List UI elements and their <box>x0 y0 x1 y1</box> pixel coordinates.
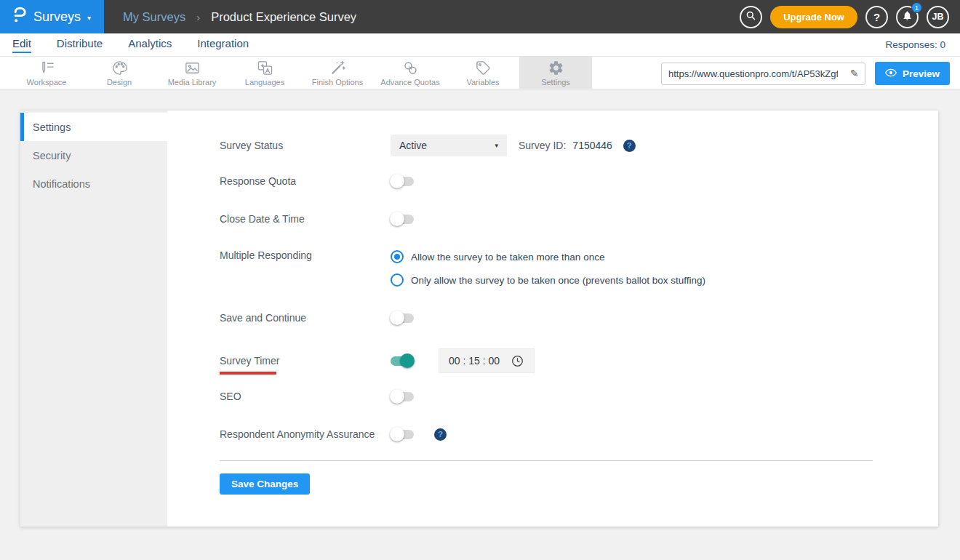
toolbar-right: ✎ Preview <box>661 62 950 85</box>
breadcrumb: My Surveys › Product Experience Survey <box>123 10 356 24</box>
toolbar-media-library[interactable]: Media Library <box>156 57 228 89</box>
toolbar-variables[interactable]: Variables <box>447 57 519 89</box>
save-continue-row: Save and Continue <box>220 311 938 325</box>
chevron-down-icon: ▾ <box>495 142 498 149</box>
red-annotation-underline <box>220 372 276 375</box>
settings-card: Settings Security Notifications Survey S… <box>20 111 938 527</box>
anonymity-row: Respondent Anonymity Assurance ? <box>220 427 938 441</box>
question-mark-icon: ? <box>873 11 880 23</box>
save-continue-toggle[interactable] <box>391 313 414 323</box>
radio-allow-multiple[interactable]: Allow the survey to be taken more than o… <box>391 249 705 264</box>
sidebar-item-notifications[interactable]: Notifications <box>20 169 167 198</box>
notification-badge: 1 <box>911 2 922 13</box>
upgrade-now-button[interactable]: Upgrade Now <box>770 6 857 28</box>
survey-timer-label: Survey Timer <box>220 355 391 367</box>
survey-url-input[interactable] <box>662 68 844 79</box>
brand-menu[interactable]: Surveys ▾ <box>0 0 104 33</box>
response-quota-label: Response Quota <box>220 175 391 187</box>
languages-icon <box>257 59 273 76</box>
tab-distribute[interactable]: Distribute <box>57 37 103 53</box>
edit-url-pencil-icon[interactable]: ✎ <box>844 68 865 79</box>
survey-timer-row: Survey Timer 00 : 15 : 00 <box>220 348 938 373</box>
design-icon <box>111 59 128 76</box>
brand-label: Surveys <box>33 9 81 25</box>
toolbar-advance-quotas[interactable]: Advance Quotas <box>374 57 447 89</box>
radio-unselected-icon <box>391 273 404 287</box>
save-changes-button[interactable]: Save Changes <box>220 473 310 495</box>
notifications-button[interactable]: 1 <box>896 6 919 28</box>
tab-integration[interactable]: Integration <box>197 37 249 53</box>
media-library-icon <box>184 59 201 76</box>
variables-icon <box>475 59 492 76</box>
top-header: Surveys ▾ My Surveys › Product Experienc… <box>0 0 960 33</box>
edit-toolbar: Workspace Design Media Library <box>0 57 960 89</box>
timer-duration-input[interactable]: 00 : 15 : 00 <box>439 348 535 373</box>
eye-icon <box>885 68 897 79</box>
finish-options-icon <box>329 59 346 76</box>
bell-icon <box>902 10 913 24</box>
preview-button[interactable]: Preview <box>875 62 950 85</box>
sidebar-item-settings[interactable]: Settings <box>20 113 167 141</box>
survey-url-box: ✎ <box>661 63 865 85</box>
toolbar-languages[interactable]: Languages <box>228 57 301 89</box>
breadcrumb-my-surveys[interactable]: My Surveys <box>123 10 185 24</box>
search-button[interactable] <box>740 6 762 28</box>
chevron-down-icon: ▾ <box>87 14 91 22</box>
survey-status-row: Survey Status Active ▾ Survey ID: 715044… <box>220 135 938 156</box>
seo-row: SEO <box>220 389 938 404</box>
settings-form: Survey Status Active ▾ Survey ID: 715044… <box>167 111 938 527</box>
survey-timer-toggle[interactable] <box>391 356 414 366</box>
close-date-label: Close Date & Time <box>220 213 391 225</box>
survey-status-label: Survey Status <box>220 140 391 151</box>
anonymity-help-icon[interactable]: ? <box>434 428 447 441</box>
survey-id: Survey ID: 7150446 ? <box>519 140 636 152</box>
close-date-row: Close Date & Time <box>220 212 938 226</box>
header-actions: Upgrade Now ? 1 JB <box>740 6 960 28</box>
survey-status-select[interactable]: Active ▾ <box>391 135 507 156</box>
radio-only-once[interactable]: Only allow the survey to be taken once (… <box>391 273 705 287</box>
response-quota-row: Response Quota <box>220 174 938 188</box>
radio-selected-icon <box>391 250 404 263</box>
toolbar-settings[interactable]: Settings <box>519 57 592 89</box>
multiple-responding-label: Multiple Responding <box>220 249 391 261</box>
toolbar-workspace[interactable]: Workspace <box>10 57 83 89</box>
advance-quotas-icon <box>402 59 419 76</box>
tab-edit[interactable]: Edit <box>12 37 31 53</box>
workspace-icon <box>39 59 55 76</box>
response-quota-toggle[interactable] <box>391 177 414 186</box>
multiple-responding-row: Multiple Responding Allow the survey to … <box>220 249 938 287</box>
settings-sidebar: Settings Security Notifications <box>20 111 167 527</box>
toolbar-finish-options[interactable]: Finish Options <box>301 57 374 89</box>
search-icon <box>745 10 756 24</box>
toolbar-design[interactable]: Design <box>83 57 156 89</box>
help-button[interactable]: ? <box>865 6 888 28</box>
close-date-toggle[interactable] <box>391 215 414 224</box>
tab-analytics[interactable]: Analytics <box>128 37 172 53</box>
survey-id-help-icon[interactable]: ? <box>623 140 636 152</box>
responses-count: Responses: 0 <box>885 39 960 50</box>
anonymity-label: Respondent Anonymity Assurance <box>220 428 391 440</box>
seo-label: SEO <box>220 391 391 402</box>
form-divider <box>220 460 873 461</box>
clock-icon <box>511 354 524 368</box>
save-continue-label: Save and Continue <box>220 312 391 324</box>
breadcrumb-survey-title: Product Experience Survey <box>211 10 356 24</box>
seo-toggle[interactable] <box>391 392 414 401</box>
settings-gear-icon <box>548 59 564 76</box>
anonymity-toggle[interactable] <box>391 430 414 439</box>
breadcrumb-separator-icon: › <box>196 11 200 23</box>
sidebar-item-security[interactable]: Security <box>20 141 167 169</box>
survey-id-value: 7150446 <box>572 140 612 151</box>
survey-nav-tabs: Edit Distribute Analytics Integration Re… <box>0 33 960 57</box>
user-avatar[interactable]: JB <box>927 6 949 28</box>
questionpro-logo-icon <box>13 7 27 28</box>
